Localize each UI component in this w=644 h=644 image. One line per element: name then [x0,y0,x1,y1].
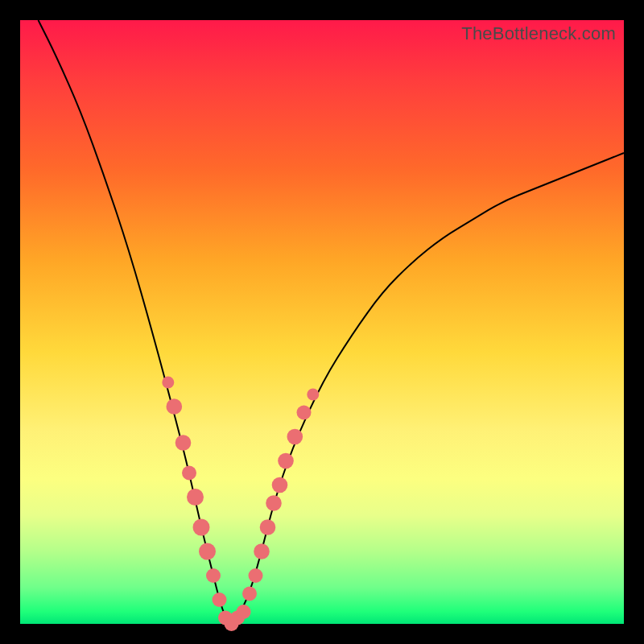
chart-svg [20,20,624,624]
data-marker [193,519,210,536]
data-marker [199,543,216,560]
data-marker [206,568,221,583]
chart-frame: TheBottleneck.com [0,0,644,644]
data-marker [249,568,263,583]
data-marker [213,592,227,607]
data-marker [237,605,251,619]
data-marker [307,389,319,401]
data-marker [162,377,174,389]
data-marker [167,398,183,415]
chart-plot-area: TheBottleneck.com [20,20,624,624]
data-marker [175,435,192,451]
data-marker [187,489,204,506]
marker-group [162,377,319,632]
data-marker [260,519,276,535]
data-marker [297,406,312,420]
data-marker [182,466,196,481]
data-marker [242,587,257,601]
data-marker [254,543,270,559]
data-marker [278,453,294,469]
data-marker [272,477,288,493]
bottleneck-curve [39,20,625,622]
data-marker [266,495,282,511]
data-marker [287,429,303,445]
